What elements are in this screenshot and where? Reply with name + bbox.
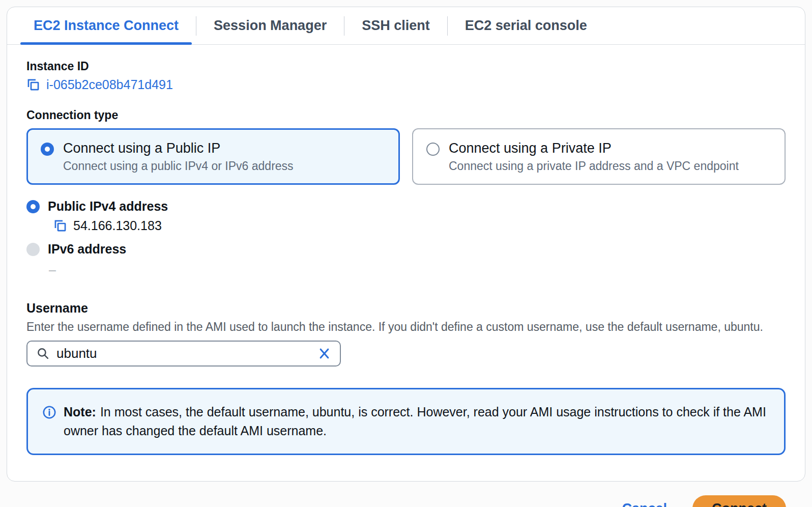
copy-icon[interactable]: [26, 78, 40, 92]
option-title: Connect using a Private IP: [449, 140, 739, 156]
dialog-actions: Cancel Connect: [7, 482, 805, 507]
radio-public-ipv4[interactable]: [26, 200, 40, 213]
note-prefix: Note:: [64, 405, 96, 419]
search-icon: [37, 347, 49, 360]
ipv6-label: IPv6 address: [48, 242, 126, 257]
connection-type-label: Connection type: [26, 108, 786, 122]
cancel-button[interactable]: Cancel: [622, 501, 667, 507]
option-card-public-ip[interactable]: Connect using a Public IP Connect using …: [26, 128, 400, 185]
option-card-text: Connect using a Private IP Connect using…: [449, 140, 739, 173]
note-alert: Note:In most cases, the default username…: [26, 388, 786, 455]
info-icon: [42, 405, 56, 419]
tab-label: SSH client: [362, 18, 430, 34]
copy-icon[interactable]: [53, 219, 67, 233]
tab-label: Session Manager: [214, 18, 327, 34]
tab-ec2-serial-console[interactable]: EC2 serial console: [452, 7, 600, 44]
tab-divider: [447, 16, 448, 36]
option-card-private-ip[interactable]: Connect using a Private IP Connect using…: [412, 128, 786, 185]
tab-ssh-client[interactable]: SSH client: [349, 7, 443, 44]
ipv4-value-row: 54.166.130.183: [53, 218, 786, 233]
username-input[interactable]: [56, 346, 311, 361]
option-description: Connect using a private IP address and a…: [449, 159, 739, 173]
connect-tabbar: EC2 Instance Connect Session Manager SSH…: [7, 7, 805, 45]
ipv6-value: –: [49, 263, 786, 277]
connect-dialog-panel: EC2 Instance Connect Session Manager SSH…: [7, 7, 805, 482]
ipv4-value: 54.166.130.183: [73, 218, 162, 233]
tab-panel-ec2-instance-connect: Instance ID i-065b2ce08b471d491 Connecti…: [7, 45, 805, 481]
instance-id-value[interactable]: i-065b2ce08b471d491: [46, 77, 173, 92]
tab-ec2-instance-connect[interactable]: EC2 Instance Connect: [20, 7, 192, 44]
instance-id-label: Instance ID: [26, 60, 786, 73]
radio-public-ip[interactable]: [41, 143, 54, 156]
ipv4-radio-row: Public IPv4 address: [26, 199, 786, 214]
option-card-text: Connect using a Public IP Connect using …: [63, 140, 294, 173]
option-title: Connect using a Public IP: [63, 140, 294, 156]
tab-label: EC2 serial console: [465, 18, 587, 34]
ipv4-label: Public IPv4 address: [48, 199, 168, 214]
option-description: Connect using a public IPv4 or IPv6 addr…: [63, 159, 294, 173]
note-text: Note:In most cases, the default username…: [64, 403, 770, 440]
tab-divider: [196, 16, 196, 36]
tab-session-manager[interactable]: Session Manager: [200, 7, 340, 44]
connection-type-options: Connect using a Public IP Connect using …: [26, 128, 786, 185]
username-field[interactable]: [26, 341, 341, 367]
radio-ipv6[interactable]: [26, 243, 40, 256]
username-label: Username: [26, 301, 786, 316]
note-body: In most cases, the default username, ubu…: [64, 405, 766, 438]
instance-id-row: i-065b2ce08b471d491: [26, 77, 786, 92]
clear-icon[interactable]: [318, 347, 331, 360]
tab-label: EC2 Instance Connect: [34, 18, 179, 34]
username-description: Enter the username defined in the AMI us…: [26, 320, 786, 334]
tab-divider: [344, 16, 344, 36]
ipv6-radio-row: IPv6 address: [26, 242, 786, 257]
connect-button[interactable]: Connect: [692, 495, 786, 507]
radio-private-ip[interactable]: [426, 143, 440, 156]
